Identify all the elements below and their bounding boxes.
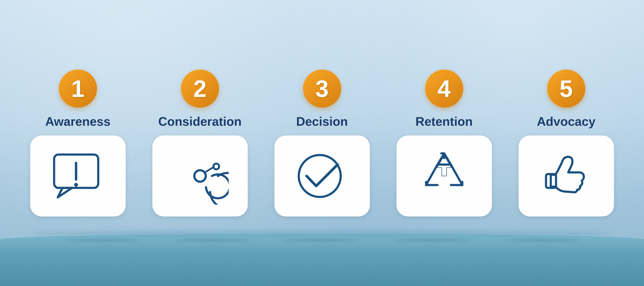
recycle-icon bbox=[416, 147, 473, 205]
number-4: 4 bbox=[438, 77, 451, 100]
svg-point-7 bbox=[299, 155, 341, 197]
svg-point-4 bbox=[194, 170, 206, 182]
label-advocacy: Advocacy bbox=[537, 115, 596, 128]
stage-consideration: 2 Consideration bbox=[146, 69, 254, 217]
stage-decision: 3 Decision bbox=[268, 69, 376, 217]
icon-box-consideration bbox=[152, 135, 248, 217]
label-awareness: Awareness bbox=[45, 115, 111, 128]
label-consideration: Consideration bbox=[158, 115, 242, 128]
number-3: 3 bbox=[316, 77, 329, 100]
number-circle-2: 2 bbox=[181, 69, 219, 108]
stage-advocacy: 5 Advocacy bbox=[512, 69, 620, 217]
number-1: 1 bbox=[71, 77, 85, 100]
number-circle-3: 3 bbox=[303, 69, 341, 108]
thumbs-up-icon bbox=[538, 147, 595, 205]
number-circle-1: 1 bbox=[59, 69, 97, 108]
label-decision: Decision bbox=[296, 115, 348, 128]
stage-retention: 4 Retention bbox=[390, 69, 498, 217]
svg-point-3 bbox=[74, 183, 78, 187]
svg-marker-1 bbox=[58, 188, 72, 197]
icon-box-retention bbox=[396, 135, 492, 217]
chat-alert-icon bbox=[49, 147, 106, 205]
number-circle-4: 4 bbox=[425, 69, 463, 108]
main-container: 1 Awareness 2 Consideration bbox=[0, 0, 644, 286]
number-5: 5 bbox=[560, 77, 573, 100]
target-scan-icon bbox=[172, 147, 229, 205]
svg-line-6 bbox=[205, 167, 214, 172]
icon-box-decision bbox=[274, 135, 370, 217]
number-circle-5: 5 bbox=[547, 69, 585, 108]
icon-box-awareness bbox=[30, 135, 126, 217]
stage-awareness: 1 Awareness bbox=[24, 69, 132, 217]
icon-box-advocacy bbox=[518, 135, 614, 217]
stages-row: 1 Awareness 2 Consideration bbox=[24, 69, 620, 217]
checkmark-circle-icon bbox=[294, 147, 351, 205]
label-retention: Retention bbox=[416, 115, 473, 128]
number-2: 2 bbox=[193, 77, 207, 100]
